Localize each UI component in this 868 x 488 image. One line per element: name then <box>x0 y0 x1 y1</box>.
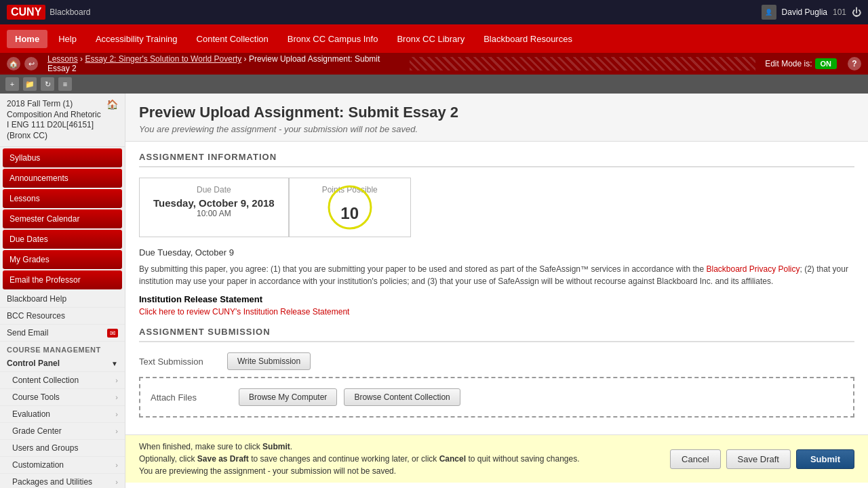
footer-line2-pre: Optionally, click <box>139 454 197 464</box>
agreement-pre: By submitting this paper, you agree: (1)… <box>139 264 706 274</box>
agreement-text: By submitting this paper, you agree: (1)… <box>139 263 854 287</box>
sidebar-blackboard-help[interactable]: Blackboard Help <box>0 291 125 308</box>
nav-bar: Home Help Accessibility Training Content… <box>0 24 868 53</box>
add-action-btn[interactable]: + <box>5 77 19 91</box>
submission-section: ASSIGNMENT SUBMISSION Text Submission Wr… <box>139 327 854 418</box>
due-date-time: 10:00 AM <box>153 209 275 218</box>
browse-computer-button[interactable]: Browse My Computer <box>239 388 337 406</box>
sidebar-my-grades[interactable]: My Grades <box>3 250 122 269</box>
privacy-policy-link[interactable]: Blackboard Privacy Policy <box>706 264 800 274</box>
footer-line2: Optionally, click Save as Draft to save … <box>139 453 670 465</box>
sidebar-send-email[interactable]: Send Email ✉ <box>0 325 125 342</box>
packages-utilities-label: Packages and Utilities <box>12 477 92 487</box>
user-id: 101 <box>833 7 846 17</box>
help-button-top[interactable]: ? <box>848 57 861 70</box>
arrow-icon-2: › <box>115 393 118 401</box>
send-email-label: Send Email <box>7 328 48 338</box>
nav-bb-resources[interactable]: Blackboard Resources <box>475 30 580 48</box>
course-title-area: 2018 Fall Term (1) Composition And Rheto… <box>0 94 125 147</box>
sidebar-semester-calendar[interactable]: Semester Calendar <box>3 209 122 228</box>
list-action-btn[interactable]: ≡ <box>58 77 72 91</box>
sidebar-control-panel[interactable]: Control Panel ▼ <box>0 355 125 372</box>
footer-bar: When finished, make sure to click Submit… <box>125 434 868 483</box>
bcc-resources-label: BCC Resources <box>7 311 65 321</box>
folder-action-btn[interactable]: 📁 <box>23 77 37 91</box>
sidebar-email-professor[interactable]: Email the Professor <box>3 270 122 289</box>
sidebar-grade-center[interactable]: Grade Center › <box>0 423 125 440</box>
sidebar-customization[interactable]: Customization › <box>0 457 125 474</box>
text-submission-row: Text Submission Write Submission <box>139 352 854 370</box>
sidebar-packages-utilities[interactable]: Packages and Utilities › <box>0 474 125 488</box>
nav-accessibility[interactable]: Accessibility Training <box>87 30 186 48</box>
assignment-info-header: ASSIGNMENT INFORMATION <box>139 152 854 167</box>
footer-line2-post: to quit without saving changes. <box>466 454 579 464</box>
compose-icon: ✉ <box>107 329 118 338</box>
control-panel-label: Control Panel <box>7 359 60 368</box>
edit-mode-toggle[interactable]: ON <box>815 58 837 69</box>
nav-content-collection[interactable]: Content Collection <box>189 30 277 48</box>
arrow-icon: › <box>115 376 118 384</box>
nav-bronx-campus[interactable]: Bronx CC Campus Info <box>279 30 387 48</box>
edit-mode-area: Edit Mode is: ON <box>765 58 837 69</box>
text-submission-label: Text Submission <box>139 357 220 367</box>
sidebar-content-collection[interactable]: Content Collection › <box>0 372 125 389</box>
footer-buttons: Cancel Save Draft Submit <box>670 449 854 469</box>
due-date-value: Tuesday, October 9, 2018 <box>153 197 275 209</box>
content-area: Preview Upload Assignment: Submit Essay … <box>125 94 868 488</box>
evaluation-label: Evaluation <box>12 409 50 419</box>
points-label: Points Possible <box>303 185 397 195</box>
sidebar-users-groups[interactable]: Users and Groups <box>0 440 125 457</box>
home-breadcrumb-icon[interactable]: 🏠 <box>7 57 20 70</box>
footer-preview-note: You are previewing the assignment - your… <box>139 465 670 477</box>
footer-submit-bold: Submit <box>262 442 290 451</box>
content-body: ASSIGNMENT INFORMATION Due Date Tuesday,… <box>125 142 868 434</box>
browse-collection-button[interactable]: Browse Content Collection <box>344 388 460 406</box>
course-title: 2018 Fall Term (1) Composition And Rheto… <box>7 99 102 141</box>
sidebar-lessons[interactable]: Lessons <box>3 189 122 208</box>
users-groups-label: Users and Groups <box>12 443 78 453</box>
sidebar: 2018 Fall Term (1) Composition And Rheto… <box>0 94 125 488</box>
course-home-icon[interactable]: 🏠 <box>106 99 118 110</box>
breadcrumb-essay[interactable]: Essay 2: Singer's Solution to World Pove… <box>85 54 241 64</box>
due-date-label: Due Date <box>153 185 275 195</box>
page-subtitle: You are previewing the assignment - your… <box>139 124 854 134</box>
arrow-icon-4: › <box>115 427 118 435</box>
customization-label: Customization <box>12 460 64 470</box>
back-breadcrumb-icon[interactable]: ↩ <box>24 57 38 70</box>
nav-bronx-library[interactable]: Bronx CC Library <box>389 30 473 48</box>
footer-line1-pre: When finished, make sure to click <box>139 442 262 451</box>
write-submission-button[interactable]: Write Submission <box>227 352 311 370</box>
action-bar: + 📁 ↻ ≡ <box>0 75 868 94</box>
top-bar: CUNY Blackboard 👤 David Puglia 101 ⏻ <box>0 0 868 24</box>
footer-cancel-bold: Cancel <box>439 454 466 464</box>
sidebar-announcements[interactable]: Announcements <box>3 169 122 188</box>
power-icon[interactable]: ⏻ <box>852 7 861 18</box>
content-collection-label: Content Collection <box>12 375 79 385</box>
sidebar-due-dates[interactable]: Due Dates <box>3 230 122 249</box>
breadcrumb-bar: 🏠 ↩ Lessons › Essay 2: Singer's Solution… <box>0 53 868 75</box>
course-tools-label: Course Tools <box>12 392 60 402</box>
footer-line1-post: . <box>290 442 292 451</box>
cancel-button[interactable]: Cancel <box>670 449 720 469</box>
save-draft-button[interactable]: Save Draft <box>726 449 791 469</box>
submission-header: ASSIGNMENT SUBMISSION <box>139 327 854 342</box>
refresh-action-btn[interactable]: ↻ <box>41 77 54 91</box>
user-name: David Puglia <box>782 7 827 17</box>
breadcrumb-lessons[interactable]: Lessons <box>47 54 78 64</box>
points-value: 10 <box>303 197 397 230</box>
logo-sub: Blackboard <box>50 7 90 17</box>
arrow-icon-5: › <box>115 461 118 469</box>
sidebar-evaluation[interactable]: Evaluation › <box>0 406 125 423</box>
footer-line1: When finished, make sure to click Submit… <box>139 441 670 453</box>
nav-home[interactable]: Home <box>7 30 47 48</box>
sidebar-course-tools[interactable]: Course Tools › <box>0 389 125 406</box>
points-box: Points Possible 10 <box>289 178 411 237</box>
nav-help[interactable]: Help <box>50 30 85 48</box>
institution-link[interactable]: Click here to review CUNY's Institution … <box>139 307 854 317</box>
submit-button[interactable]: Submit <box>796 449 854 469</box>
institution-header: Institution Release Statement <box>139 294 854 304</box>
blackboard-help-label: Blackboard Help <box>7 294 66 304</box>
attach-files-label: Attach Files <box>151 392 232 403</box>
sidebar-syllabus[interactable]: Syllabus <box>3 148 122 167</box>
sidebar-bcc-resources[interactable]: BCC Resources <box>0 308 125 325</box>
